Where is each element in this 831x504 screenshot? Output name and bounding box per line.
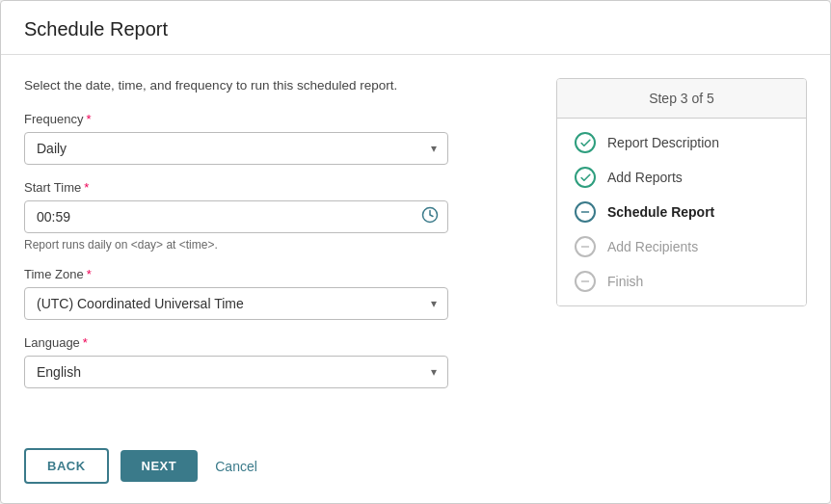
step-label-5: Finish [607, 274, 643, 289]
modal-footer: BACK NEXT Cancel [1, 429, 830, 503]
frequency-field-group: Frequency * Daily Weekly Monthly ▾ [24, 112, 533, 165]
step-item-add-reports: Add Reports [575, 167, 789, 188]
step-label-1: Report Description [607, 135, 719, 150]
right-panel: Step 3 of 5 Report Description [556, 78, 807, 429]
step-item-add-recipients: Add Recipients [575, 236, 789, 257]
frequency-label: Frequency * [24, 112, 533, 126]
start-time-input-wrapper [24, 200, 448, 233]
description-text: Select the date, time, and frequency to … [24, 78, 533, 93]
start-time-input[interactable] [24, 200, 448, 233]
steps-header: Step 3 of 5 [557, 79, 806, 119]
language-select[interactable]: English French Spanish German [24, 356, 448, 388]
timezone-select-wrapper: (UTC) Coordinated Universal Time (UTC-05… [24, 287, 448, 320]
frequency-select-wrapper: Daily Weekly Monthly ▾ [24, 132, 448, 165]
step-label-2: Add Reports [607, 170, 683, 185]
next-button[interactable]: NEXT [121, 450, 199, 482]
step-item-finish: Finish [575, 271, 789, 292]
frequency-select[interactable]: Daily Weekly Monthly [24, 132, 448, 165]
modal-header: Schedule Report [1, 1, 830, 55]
timezone-select[interactable]: (UTC) Coordinated Universal Time (UTC-05… [24, 287, 448, 320]
step-item-schedule-report: Schedule Report [575, 201, 789, 223]
modal-container: Schedule Report Select the date, time, a… [0, 0, 831, 504]
modal-title: Schedule Report [24, 18, 807, 40]
start-time-field-group: Start Time * Report runs daily on <day> … [24, 180, 533, 252]
left-panel: Select the date, time, and frequency to … [24, 78, 533, 429]
step-label-3: Schedule Report [607, 204, 714, 220]
step-inactive-icon-5 [575, 271, 596, 292]
start-time-label: Start Time * [24, 180, 533, 195]
timezone-label: Time Zone * [24, 267, 533, 281]
modal-body: Select the date, time, and frequency to … [1, 55, 830, 429]
language-required-star: * [83, 335, 88, 350]
language-select-wrapper: English French Spanish German ▾ [24, 356, 448, 388]
step-check-icon-1 [575, 132, 596, 153]
step-inactive-icon-4 [575, 236, 596, 257]
step-check-icon-2 [575, 167, 596, 188]
language-field-group: Language * English French Spanish German… [24, 335, 533, 388]
start-time-required-star: * [84, 180, 89, 195]
cancel-button[interactable]: Cancel [209, 450, 263, 483]
timezone-field-group: Time Zone * (UTC) Coordinated Universal … [24, 267, 533, 320]
frequency-required-star: * [86, 112, 91, 126]
back-button[interactable]: BACK [24, 448, 109, 484]
hint-text: Report runs daily on <day> at <time>. [24, 238, 533, 252]
step-label-4: Add Recipients [607, 239, 698, 254]
steps-list: Report Description Add Reports [557, 119, 806, 305]
steps-box: Step 3 of 5 Report Description [556, 78, 807, 306]
step-current-icon-3 [575, 201, 596, 223]
language-label: Language * [24, 335, 533, 350]
step-item-report-description: Report Description [575, 132, 789, 153]
timezone-required-star: * [87, 267, 92, 281]
